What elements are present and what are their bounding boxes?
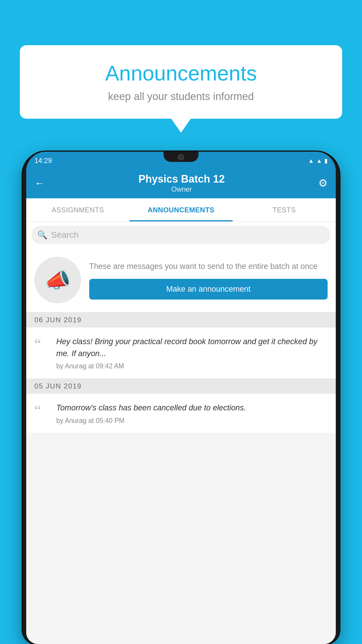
phone-screen: 14:29 ▲ ▲ ▮ ← Physics Batch 12 Owner ⚙ A… xyxy=(26,152,336,644)
date-label-1: 06 JUN 2019 xyxy=(34,316,82,324)
quote-icon-1: “ xyxy=(34,337,50,370)
back-button[interactable]: ← xyxy=(34,177,45,189)
phone-notch xyxy=(164,152,198,162)
tab-assignments[interactable]: ASSIGNMENTS xyxy=(26,198,129,221)
quote-icon-2: “ xyxy=(34,403,50,425)
search-bar[interactable]: 🔍 Search xyxy=(31,226,331,244)
search-bar-container: 🔍 Search xyxy=(26,222,336,248)
speech-bubble: Announcements keep all your students inf… xyxy=(20,45,342,119)
tab-bar: ASSIGNMENTS ANNOUNCEMENTS TESTS xyxy=(26,198,336,222)
empty-state-right: These are messages you want to send to t… xyxy=(89,260,328,300)
settings-button[interactable]: ⚙ xyxy=(318,177,328,189)
tab-tests[interactable]: TESTS xyxy=(233,198,336,221)
header-subtitle: Owner xyxy=(45,185,318,193)
announcement-text-1: Hey class! Bring your practical record b… xyxy=(56,336,328,359)
app-header: ← Physics Batch 12 Owner ⚙ xyxy=(26,168,336,198)
announcement-text-2: Tomorrow's class has been cancelled due … xyxy=(56,402,328,414)
signal-icon: ▲ xyxy=(316,158,322,164)
empty-state: 📣 These are messages you want to send to… xyxy=(26,248,336,312)
speech-bubble-title: Announcements xyxy=(31,61,331,85)
megaphone-icon: 📣 xyxy=(45,268,71,293)
announcement-meta-1: by Anurag at 09:42 AM xyxy=(56,362,328,370)
date-label-2: 05 JUN 2019 xyxy=(34,382,82,390)
announcement-content-2: Tomorrow's class has been cancelled due … xyxy=(56,402,328,425)
announcement-content-1: Hey class! Bring your practical record b… xyxy=(56,336,328,370)
make-announcement-button[interactable]: Make an announcement xyxy=(89,279,328,300)
date-divider-2: 05 JUN 2019 xyxy=(26,379,336,394)
date-divider-1: 06 JUN 2019 xyxy=(26,312,336,328)
speech-bubble-container: Announcements keep all your students inf… xyxy=(20,45,342,119)
screen-content: 🔍 Search 📣 These are messages you want t… xyxy=(26,222,336,644)
header-title: Physics Batch 12 xyxy=(45,173,318,185)
search-input-placeholder[interactable]: Search xyxy=(51,230,79,240)
wifi-icon: ▲ xyxy=(308,158,314,164)
status-icons: ▲ ▲ ▮ xyxy=(308,157,328,164)
battery-icon: ▮ xyxy=(324,157,328,164)
tab-announcements[interactable]: ANNOUNCEMENTS xyxy=(129,198,233,221)
header-center: Physics Batch 12 Owner xyxy=(45,173,318,193)
announcement-item-2[interactable]: “ Tomorrow's class has been cancelled du… xyxy=(26,394,336,433)
announcement-icon-circle: 📣 xyxy=(34,257,81,303)
status-time: 14:29 xyxy=(34,157,52,165)
announcement-item-1[interactable]: “ Hey class! Bring your practical record… xyxy=(26,328,336,379)
speech-bubble-subtitle: keep all your students informed xyxy=(31,90,331,103)
announcement-meta-2: by Anurag at 05:40 PM xyxy=(56,417,328,425)
phone-frame: 14:29 ▲ ▲ ▮ ← Physics Batch 12 Owner ⚙ A… xyxy=(23,152,339,644)
search-icon: 🔍 xyxy=(37,230,48,240)
front-camera xyxy=(178,154,184,160)
empty-state-description: These are messages you want to send to t… xyxy=(89,260,328,272)
